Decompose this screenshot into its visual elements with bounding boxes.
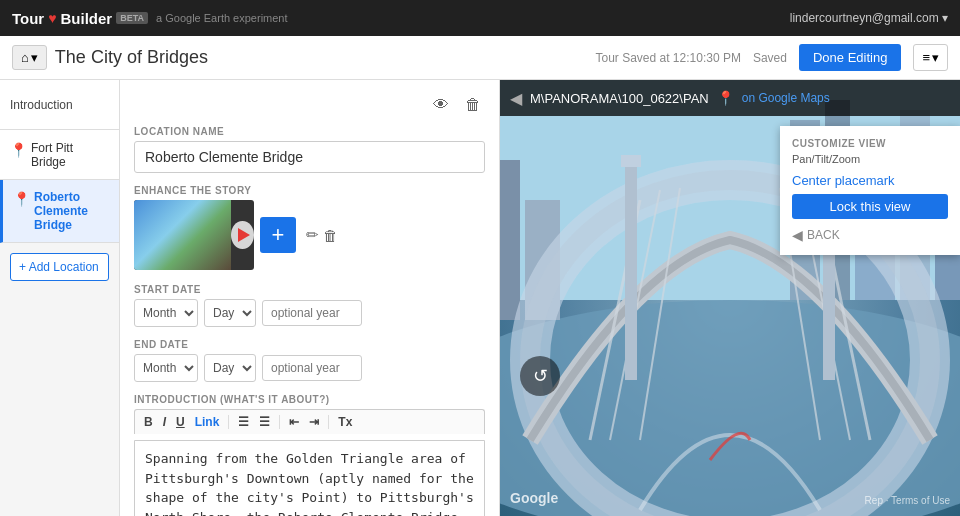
end-date-label: END DATE <box>134 339 485 350</box>
roberto-clemente-location: 📍 Roberto Clemente Bridge <box>13 190 109 232</box>
menu-chevron: ▾ <box>932 50 939 65</box>
fort-pitt-label: Fort Pitt Bridge <box>31 141 109 169</box>
menu-icon: ≡ <box>922 50 930 65</box>
clear-format-button[interactable]: Tx <box>335 414 355 430</box>
start-day-select[interactable]: Day <box>204 299 256 327</box>
map-area: ◀ M\PANORAMA\100_0622\PAN 📍 on Google Ma… <box>500 80 960 516</box>
start-year-input[interactable] <box>262 300 362 326</box>
top-bar: Tour ♥ Builder BETA a Google Earth exper… <box>0 0 960 36</box>
link-button[interactable]: Link <box>192 414 223 430</box>
bold-button[interactable]: B <box>141 414 156 430</box>
compass-button[interactable]: ↺ <box>520 356 560 396</box>
play-triangle-icon <box>238 228 250 242</box>
sidebar-item-introduction[interactable]: Introduction <box>0 80 119 130</box>
sidebar-item-roberto-clemente[interactable]: 📍 Roberto Clemente Bridge <box>0 180 119 243</box>
end-month-select[interactable]: Month <box>134 354 198 382</box>
beta-badge: BETA <box>116 12 148 24</box>
fort-pitt-location: 📍 Fort Pitt Bridge <box>10 141 109 169</box>
google-logo: Google <box>510 490 558 506</box>
sidebar-item-fort-pitt[interactable]: 📍 Fort Pitt Bridge <box>0 130 119 180</box>
maps-link[interactable]: on Google Maps <box>742 91 830 105</box>
center-placemark-link[interactable]: Center placemark <box>792 173 948 188</box>
intro-label: Introduction <box>10 98 73 112</box>
end-year-input[interactable] <box>262 355 362 381</box>
save-status: Tour Saved at 12:10:30 PM <box>595 51 740 65</box>
add-media-button[interactable]: + <box>260 217 296 253</box>
sidebar: Introduction 📍 Fort Pitt Bridge 📍 Robert… <box>0 80 120 516</box>
streetview-bar: ◀ M\PANORAMA\100_0622\PAN 📍 on Google Ma… <box>500 80 960 116</box>
top-bar-left: Tour ♥ Builder BETA a Google Earth exper… <box>12 10 288 27</box>
start-date-row: Month Day <box>134 299 485 327</box>
svg-rect-9 <box>500 160 520 320</box>
indent-in-button[interactable]: ⇥ <box>306 414 322 430</box>
customize-title: CUSTOMIZE VIEW <box>792 138 948 149</box>
logo-pin-icon: ♥ <box>48 10 56 26</box>
tour-title: The City of Bridges <box>55 47 208 68</box>
nav-left: ⌂ ▾ The City of Bridges <box>12 45 208 70</box>
svg-rect-19 <box>625 160 637 380</box>
intro-textarea[interactable]: Spanning from the Golden Triangle area o… <box>134 440 485 516</box>
center-panel: 👁 🗑 LOCATION NAME ENHANCE THE STORY + ✏ <box>120 80 500 516</box>
nav-right: Tour Saved at 12:10:30 PM Saved Done Edi… <box>595 44 948 71</box>
location-name-label: LOCATION NAME <box>134 126 485 137</box>
toolbar-separator-3 <box>328 415 329 429</box>
customize-panel: CUSTOMIZE VIEW Pan/Tilt/Zoom Center plac… <box>780 126 960 255</box>
ol-button[interactable]: ☰ <box>256 414 273 430</box>
product-name: Builder <box>61 10 113 27</box>
user-email[interactable]: lindercourtneyn@gmail.com ▾ <box>790 11 948 25</box>
start-date-section: START DATE Month Day <box>134 284 485 327</box>
media-thumbnail <box>134 200 254 270</box>
home-button[interactable]: ⌂ ▾ <box>12 45 47 70</box>
delete-media-button[interactable]: 🗑 <box>323 226 338 244</box>
ul-button[interactable]: ☰ <box>235 414 252 430</box>
media-grid: + ✏ 🗑 <box>134 200 485 270</box>
add-location-button[interactable]: + Add Location <box>10 253 109 281</box>
indent-out-button[interactable]: ⇤ <box>286 414 302 430</box>
enhance-label: ENHANCE THE STORY <box>134 185 485 196</box>
tagline: a Google Earth experiment <box>156 12 287 24</box>
streetview-back-icon[interactable]: ◀ <box>510 89 522 108</box>
back-arrow-icon: ◀ <box>792 227 803 243</box>
main-layout: Introduction 📍 Fort Pitt Bridge 📍 Robert… <box>0 80 960 516</box>
end-day-select[interactable]: Day <box>204 354 256 382</box>
toolbar-separator-2 <box>279 415 280 429</box>
location-name-input[interactable] <box>134 141 485 173</box>
thumbnail-image <box>134 200 231 270</box>
compass-icon: ↺ <box>533 365 548 387</box>
streetview-pin-icon: 📍 <box>717 90 734 106</box>
logo: Tour ♥ Builder BETA <box>12 10 148 27</box>
roberto-clemente-label: Roberto Clemente Bridge <box>34 190 109 232</box>
lock-view-button[interactable]: Lock this view <box>792 194 948 219</box>
streetview-title: M\PANORAMA\100_0622\PAN <box>530 91 709 106</box>
eye-button[interactable]: 👁 <box>429 94 453 116</box>
toolbar-separator-1 <box>228 415 229 429</box>
underline-button[interactable]: U <box>173 414 188 430</box>
eye-icon: 👁 <box>433 96 449 113</box>
blue-pin-icon: 📍 <box>10 142 27 158</box>
media-section: ENHANCE THE STORY + ✏ 🗑 <box>134 185 485 270</box>
done-editing-button[interactable]: Done Editing <box>799 44 901 71</box>
svg-rect-20 <box>621 155 641 167</box>
panel-header: 👁 🗑 <box>134 94 485 116</box>
intro-section: INTRODUCTION (WHAT'S IT ABOUT?) B I U Li… <box>134 394 485 516</box>
saved-badge: Saved <box>753 51 787 65</box>
edit-media-button[interactable]: ✏ <box>306 226 319 244</box>
start-date-label: START DATE <box>134 284 485 295</box>
start-month-select[interactable]: Month <box>134 299 198 327</box>
nav-bar: ⌂ ▾ The City of Bridges Tour Saved at 12… <box>0 36 960 80</box>
logo-text: Tour <box>12 10 44 27</box>
trash-icon: 🗑 <box>465 96 481 113</box>
home-icon: ⌂ <box>21 50 29 65</box>
end-date-row: Month Day <box>134 354 485 382</box>
end-date-section: END DATE Month Day <box>134 339 485 382</box>
back-row[interactable]: ◀ BACK <box>792 227 948 243</box>
pan-tilt-zoom-label: Pan/Tilt/Zoom <box>792 153 948 165</box>
play-button[interactable] <box>231 221 254 249</box>
report-link[interactable]: Rep · Terms of Use <box>865 495 950 506</box>
intro-field-label: INTRODUCTION (WHAT'S IT ABOUT?) <box>134 394 485 405</box>
menu-button[interactable]: ≡ ▾ <box>913 44 948 71</box>
home-chevron: ▾ <box>31 50 38 65</box>
italic-button[interactable]: I <box>160 414 169 430</box>
back-label: BACK <box>807 228 840 242</box>
trash-button[interactable]: 🗑 <box>461 94 485 116</box>
